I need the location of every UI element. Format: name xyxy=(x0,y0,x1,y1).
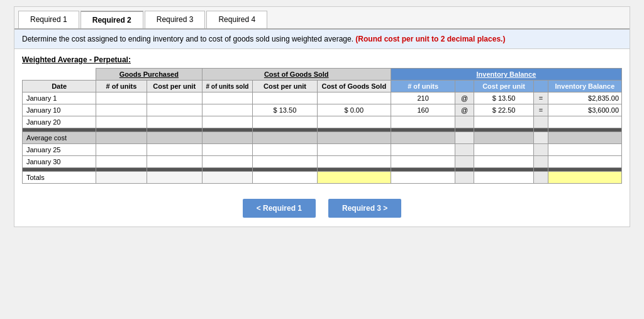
cell-date: January 10 xyxy=(23,104,96,116)
cell-cogs-total[interactable] xyxy=(317,144,391,156)
cell-at-symbol xyxy=(455,116,474,128)
instruction-main: Determine the cost assigned to ending in… xyxy=(22,35,355,43)
col-cogs-total: Cost of Goods Sold xyxy=(317,81,391,92)
header-goods-purchased: Goods Purchased xyxy=(96,69,202,81)
cell-inv-units[interactable] xyxy=(391,132,455,144)
cell-eq-symbol xyxy=(534,156,548,168)
tab-required4[interactable]: Required 4 xyxy=(206,11,267,28)
cell-inv-cpu[interactable] xyxy=(474,144,533,156)
cell-inv-balance: $2,835.00 xyxy=(548,92,621,104)
cell-inv-balance[interactable] xyxy=(548,116,621,128)
main-container: Required 1 Required 2 Required 3 Require… xyxy=(14,6,630,227)
nav-buttons: < Required 1 Required 3 > xyxy=(14,190,630,227)
cell-cogs-total[interactable]: $ 0.00 xyxy=(317,104,391,116)
cell-cogs-cpu[interactable] xyxy=(253,132,318,144)
cell-inv-balance[interactable] xyxy=(548,132,621,144)
table-row: Totals xyxy=(23,172,622,184)
cell-goods-cpu[interactable] xyxy=(147,172,202,184)
cell-inv-units[interactable] xyxy=(391,172,455,184)
cell-at-symbol xyxy=(455,172,474,184)
cell-date: January 25 xyxy=(23,144,96,156)
cell-inv-units[interactable] xyxy=(391,116,455,128)
prev-button[interactable]: < Required 1 xyxy=(243,199,316,218)
cell-cogs-total[interactable] xyxy=(317,172,391,184)
cell-at-symbol: @ xyxy=(455,104,474,116)
cell-cogs-total[interactable] xyxy=(317,92,391,104)
cell-cogs-units[interactable] xyxy=(202,172,253,184)
cell-inv-units[interactable] xyxy=(391,156,455,168)
cell-goods-cpu[interactable] xyxy=(147,104,202,116)
cell-goods-cpu[interactable] xyxy=(147,116,202,128)
instruction-highlight: (Round cost per unit to 2 decimal places… xyxy=(355,35,505,43)
tab-required3[interactable]: Required 3 xyxy=(145,11,206,28)
cell-goods-units[interactable] xyxy=(96,172,147,184)
cell-cogs-cpu[interactable] xyxy=(253,156,318,168)
section-title: Weighted Average - Perpetual: xyxy=(22,55,622,64)
table-section: Weighted Average - Perpetual: Goods Purc… xyxy=(14,49,630,190)
col-at-symbol xyxy=(455,81,474,92)
cell-inv-cpu[interactable] xyxy=(474,116,533,128)
cell-cogs-units[interactable] xyxy=(202,156,253,168)
col-eq-symbol xyxy=(534,81,548,92)
cell-goods-units[interactable] xyxy=(96,156,147,168)
table-row: Average cost xyxy=(23,132,622,144)
cell-cogs-total[interactable] xyxy=(317,116,391,128)
cell-at-symbol xyxy=(455,144,474,156)
table-row: January 25 xyxy=(23,144,622,156)
cell-goods-units[interactable] xyxy=(96,92,147,104)
instruction-text: Determine the cost assigned to ending in… xyxy=(14,30,630,49)
col-cogs-cpu: Cost per unit xyxy=(253,81,318,92)
cell-goods-cpu[interactable] xyxy=(147,132,202,144)
cell-at-symbol xyxy=(455,132,474,144)
col-num-units: # of units xyxy=(96,81,147,92)
cell-eq-symbol xyxy=(534,132,548,144)
cell-inv-balance[interactable] xyxy=(548,144,621,156)
cell-date: January 1 xyxy=(23,92,96,104)
cell-cogs-units[interactable] xyxy=(202,92,253,104)
cell-cogs-units[interactable] xyxy=(202,116,253,128)
tab-required2[interactable]: Required 2 xyxy=(80,11,143,28)
cell-cogs-cpu[interactable] xyxy=(253,92,318,104)
cell-date: January 30 xyxy=(23,156,96,168)
cell-inv-balance[interactable] xyxy=(548,156,621,168)
cell-inv-balance[interactable] xyxy=(548,172,621,184)
col-num-units-sold: # of units sold xyxy=(202,81,253,92)
cell-cogs-cpu: $ 13.50 xyxy=(253,104,318,116)
cell-at-symbol: @ xyxy=(455,92,474,104)
main-table: Goods Purchased Cost of Goods Sold Inven… xyxy=(22,68,622,184)
cell-goods-units[interactable] xyxy=(96,144,147,156)
cell-inv-units: 210 xyxy=(391,92,455,104)
cell-eq-symbol: = xyxy=(534,92,548,104)
cell-inv-cpu: $ 22.50 xyxy=(474,104,533,116)
cell-goods-cpu[interactable] xyxy=(147,156,202,168)
table-row: January 10$ 13.50$ 0.00160@$ 22.50=$3,60… xyxy=(23,104,622,116)
cell-inv-cpu[interactable] xyxy=(474,172,533,184)
cell-cogs-cpu[interactable] xyxy=(253,144,318,156)
cell-cogs-units[interactable] xyxy=(202,132,253,144)
tab-required1[interactable]: Required 1 xyxy=(18,11,79,28)
cell-eq-symbol xyxy=(534,116,548,128)
cell-inv-cpu[interactable] xyxy=(474,132,533,144)
cell-goods-units[interactable] xyxy=(96,132,147,144)
col-cost-per-unit: Cost per unit xyxy=(147,81,202,92)
table-row: January 30 xyxy=(23,156,622,168)
cell-cogs-units[interactable] xyxy=(202,104,253,116)
cell-cogs-cpu[interactable] xyxy=(253,172,318,184)
header-cost-of-goods-sold: Cost of Goods Sold xyxy=(202,69,391,81)
cell-inv-cpu[interactable] xyxy=(474,156,533,168)
cell-cogs-total[interactable] xyxy=(317,156,391,168)
col-date: Date xyxy=(23,81,96,92)
cell-cogs-total[interactable] xyxy=(317,132,391,144)
col-inv-cpu: Cost per unit xyxy=(474,81,533,92)
cell-date: Totals xyxy=(23,172,96,184)
cell-eq-symbol xyxy=(534,144,548,156)
next-button[interactable]: Required 3 > xyxy=(328,199,401,218)
cell-cogs-units[interactable] xyxy=(202,144,253,156)
cell-goods-units[interactable] xyxy=(96,104,147,116)
cell-cogs-cpu[interactable] xyxy=(253,116,318,128)
cell-goods-cpu[interactable] xyxy=(147,92,202,104)
cell-goods-units[interactable] xyxy=(96,116,147,128)
cell-eq-symbol: = xyxy=(534,104,548,116)
cell-goods-cpu[interactable] xyxy=(147,144,202,156)
cell-inv-units[interactable] xyxy=(391,144,455,156)
